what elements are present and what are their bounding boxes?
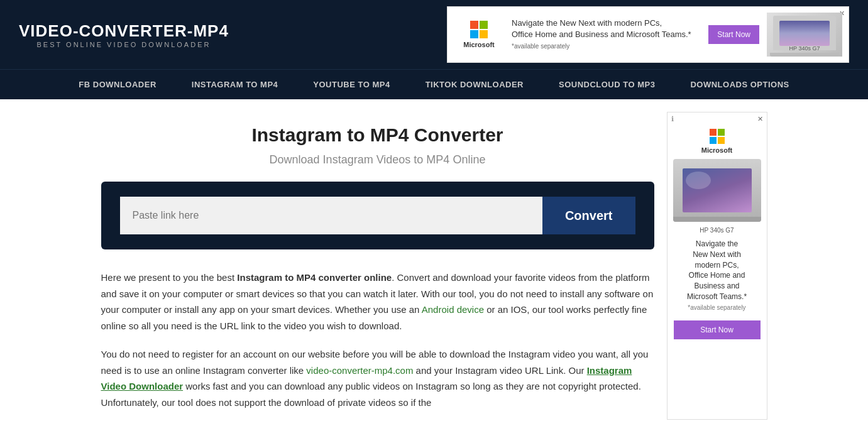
header-ad-note: *available separately: [512, 43, 569, 50]
sidebar-ms-red: [710, 129, 717, 136]
converter-box: Convert: [101, 182, 654, 249]
content-area: Instagram to MP4 Converter Download Inst…: [101, 112, 654, 421]
header-ad-line2: Office Home and Business and Microsoft T…: [512, 29, 701, 40]
ms-label: Microsoft: [463, 41, 495, 48]
sidebar-ms-logo: Microsoft: [701, 129, 733, 154]
nav-instagram-mp4[interactable]: INSTAGRAM TO MP4: [174, 70, 296, 99]
nav-downloads-options[interactable]: DOWNLOADS OPTIONS: [673, 70, 806, 99]
page-subtitle: Download Instagram Videos to MP4 Online: [101, 153, 654, 167]
header-ad-ms-logo: Microsoft: [454, 21, 504, 48]
sidebar-ad-close[interactable]: ✕: [757, 115, 763, 123]
logo-title: VIDEO-CONVERTER-MP4: [19, 21, 229, 41]
sidebar-ms-green: [718, 129, 725, 136]
header-ad-text: Navigate the New Next with modern PCs, O…: [512, 18, 701, 52]
nav-soundcloud-mp3[interactable]: SOUNDCLOUD TO MP3: [541, 70, 673, 99]
sidebar: ℹ ✕ Microsoft HP 340s G7 Navigate the Ne…: [667, 112, 767, 421]
page-title: Instagram to MP4 Converter: [101, 124, 654, 146]
header-ad-banner: ✕ Microsoft Navigate the New Next with m…: [447, 6, 849, 63]
logo: VIDEO-CONVERTER-MP4 BEST ONLINE VIDEO DO…: [19, 21, 229, 48]
laptop-screen: [779, 21, 830, 46]
nav-fb-downloader[interactable]: FB DOWNLOADER: [61, 70, 174, 99]
sidebar-laptop-base: [673, 217, 761, 222]
sidebar-ad-note: *available separately: [688, 304, 745, 311]
main-layout: Instagram to MP4 Converter Download Inst…: [0, 99, 868, 421]
sidebar-ad-line3: modern PCs,: [687, 260, 747, 271]
ms-green: [480, 21, 488, 29]
sidebar-ad-line4: Office Home and: [687, 270, 747, 281]
ms-logo-grid: [470, 21, 488, 38]
body-paragraph-2: You do not need to register for an accou…: [101, 346, 654, 410]
sidebar-ms-grid: [710, 129, 725, 144]
sidebar-ad-line6: Microsoft Teams.*: [687, 292, 747, 302]
sidebar-ad-line5: Business and: [687, 281, 747, 292]
header-ad-line1: Navigate the New Next with modern PCs,: [512, 18, 701, 29]
ms-yellow: [480, 30, 488, 38]
main-nav: FB DOWNLOADER INSTAGRAM TO MP4 YOUTUBE T…: [0, 69, 868, 99]
sidebar-ms-blue: [710, 137, 717, 144]
android-link[interactable]: Android device: [422, 304, 484, 315]
laptop-base: [770, 53, 839, 57]
sidebar-laptop-screen: [683, 168, 752, 212]
sidebar-ad-line2: New Next with: [687, 249, 747, 260]
sidebar-ad-banner: ℹ ✕ Microsoft HP 340s G7 Navigate the Ne…: [667, 112, 767, 420]
sidebar-laptop-label: HP 340s G7: [700, 227, 733, 234]
ms-blue: [470, 30, 478, 38]
sidebar-ad-info[interactable]: ℹ: [671, 115, 674, 123]
nav-tiktok-downloader[interactable]: TIKTOK DOWNLOADER: [408, 70, 541, 99]
laptop-label: HP 340s G7: [767, 45, 842, 52]
site-header: VIDEO-CONVERTER-MP4 BEST ONLINE VIDEO DO…: [0, 0, 868, 69]
nav-youtube-mp4[interactable]: YOUTUBE TO MP4: [295, 70, 407, 99]
body-paragraph-1: Here we present to you the best Instagra…: [101, 270, 654, 334]
header-ad-start-btn[interactable]: Start Now: [708, 25, 759, 44]
sidebar-start-btn[interactable]: Start Now: [674, 320, 761, 339]
sidebar-ad-text: Navigate the New Next with modern PCs, O…: [687, 239, 747, 313]
url-input[interactable]: [120, 197, 542, 234]
sidebar-ad-line1: Navigate the: [687, 239, 747, 249]
logo-subtitle: BEST ONLINE VIDEO DOWNLOADER: [36, 41, 211, 48]
sidebar-laptop-image: [673, 159, 761, 222]
laptop-screen-inner: [779, 21, 830, 46]
ms-red: [470, 21, 478, 29]
header-ad-laptop-image: HP 340s G7: [767, 13, 842, 57]
sidebar-ms-label: Microsoft: [701, 146, 733, 154]
bold-text-1: Instagram to MP4 converter online: [237, 272, 392, 283]
convert-button[interactable]: Convert: [542, 197, 635, 234]
sidebar-ms-yellow: [718, 137, 725, 144]
site-link[interactable]: video-converter-mp4.com: [306, 365, 413, 376]
